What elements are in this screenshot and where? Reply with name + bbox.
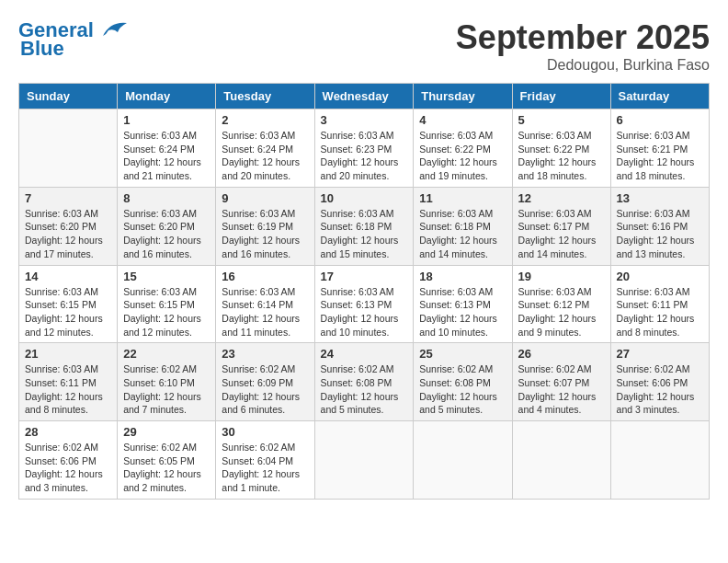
day-number: 30: [222, 425, 308, 439]
day-number: 7: [25, 191, 111, 205]
day-number: 5: [518, 113, 605, 127]
day-number: 2: [222, 113, 308, 127]
day-info: Sunrise: 6:03 AM Sunset: 6:22 PM Dayligh…: [518, 129, 605, 183]
table-row: 9Sunrise: 6:03 AM Sunset: 6:19 PM Daylig…: [216, 187, 314, 265]
day-info: Sunrise: 6:03 AM Sunset: 6:18 PM Dayligh…: [321, 207, 408, 261]
day-number: 23: [222, 347, 308, 361]
day-info: Sunrise: 6:02 AM Sunset: 6:09 PM Dayligh…: [222, 362, 308, 417]
day-info: Sunrise: 6:02 AM Sunset: 6:07 PM Dayligh…: [518, 362, 605, 417]
day-info: Sunrise: 6:03 AM Sunset: 6:13 PM Dayligh…: [321, 285, 408, 339]
table-row: 16Sunrise: 6:03 AM Sunset: 6:14 PM Dayli…: [216, 265, 314, 343]
day-number: 28: [25, 425, 111, 439]
table-row: 1Sunrise: 6:03 AM Sunset: 6:24 PM Daylig…: [118, 109, 216, 188]
day-number: 26: [518, 347, 605, 361]
table-row: 17Sunrise: 6:03 AM Sunset: 6:13 PM Dayli…: [314, 265, 414, 343]
table-row: 11Sunrise: 6:03 AM Sunset: 6:18 PM Dayli…: [414, 187, 512, 265]
day-info: Sunrise: 6:03 AM Sunset: 6:13 PM Dayligh…: [419, 285, 506, 339]
day-number: 14: [25, 270, 111, 283]
day-info: Sunrise: 6:03 AM Sunset: 6:24 PM Dayligh…: [222, 129, 308, 183]
day-info: Sunrise: 6:03 AM Sunset: 6:22 PM Dayligh…: [419, 129, 506, 183]
table-row: 7Sunrise: 6:03 AM Sunset: 6:20 PM Daylig…: [19, 187, 118, 265]
day-info: Sunrise: 6:02 AM Sunset: 6:06 PM Dayligh…: [25, 441, 111, 495]
table-row: 14Sunrise: 6:03 AM Sunset: 6:15 PM Dayli…: [19, 265, 118, 343]
table-row: 2Sunrise: 6:03 AM Sunset: 6:24 PM Daylig…: [216, 109, 314, 188]
table-row: 5Sunrise: 6:03 AM Sunset: 6:22 PM Daylig…: [512, 109, 610, 188]
day-number: 1: [123, 113, 210, 127]
table-row: 15Sunrise: 6:03 AM Sunset: 6:15 PM Dayli…: [118, 265, 216, 343]
col-thursday: Thursday: [414, 84, 512, 109]
day-number: 10: [321, 191, 408, 205]
table-row: 26Sunrise: 6:02 AM Sunset: 6:07 PM Dayli…: [512, 343, 610, 421]
col-saturday: Saturday: [610, 84, 709, 109]
table-row: 20Sunrise: 6:03 AM Sunset: 6:11 PM Dayli…: [610, 265, 709, 343]
day-info: Sunrise: 6:03 AM Sunset: 6:12 PM Dayligh…: [518, 285, 605, 339]
table-row: 13Sunrise: 6:03 AM Sunset: 6:16 PM Dayli…: [610, 187, 709, 265]
table-row: 24Sunrise: 6:02 AM Sunset: 6:08 PM Dayli…: [314, 343, 414, 421]
table-row: 8Sunrise: 6:03 AM Sunset: 6:20 PM Daylig…: [118, 187, 216, 265]
day-info: Sunrise: 6:03 AM Sunset: 6:15 PM Dayligh…: [123, 285, 210, 339]
day-number: 15: [123, 270, 210, 283]
table-row: 23Sunrise: 6:02 AM Sunset: 6:09 PM Dayli…: [216, 343, 314, 421]
day-number: 27: [617, 347, 703, 361]
day-number: 12: [518, 191, 605, 205]
day-info: Sunrise: 6:02 AM Sunset: 6:06 PM Dayligh…: [617, 362, 703, 417]
day-number: 22: [123, 347, 210, 361]
day-info: Sunrise: 6:03 AM Sunset: 6:14 PM Dayligh…: [222, 285, 308, 339]
table-row: 4Sunrise: 6:03 AM Sunset: 6:22 PM Daylig…: [414, 109, 512, 188]
col-monday: Monday: [118, 84, 216, 109]
day-info: Sunrise: 6:03 AM Sunset: 6:23 PM Dayligh…: [321, 129, 408, 183]
day-number: 18: [419, 270, 506, 283]
table-row: [414, 421, 512, 500]
day-info: Sunrise: 6:03 AM Sunset: 6:19 PM Dayligh…: [222, 207, 308, 261]
day-info: Sunrise: 6:03 AM Sunset: 6:20 PM Dayligh…: [123, 207, 210, 261]
day-number: 16: [222, 270, 308, 283]
day-number: 8: [123, 191, 210, 205]
day-info: Sunrise: 6:03 AM Sunset: 6:11 PM Dayligh…: [25, 362, 111, 417]
table-row: 29Sunrise: 6:02 AM Sunset: 6:05 PM Dayli…: [118, 421, 216, 500]
table-row: 21Sunrise: 6:03 AM Sunset: 6:11 PM Dayli…: [19, 343, 118, 421]
location-subtitle: Dedougou, Burkina Faso: [456, 57, 710, 74]
table-row: [610, 421, 709, 500]
calendar-week-row: 21Sunrise: 6:03 AM Sunset: 6:11 PM Dayli…: [19, 343, 710, 421]
day-info: Sunrise: 6:03 AM Sunset: 6:16 PM Dayligh…: [617, 207, 703, 261]
day-number: 20: [617, 270, 703, 283]
page-header: General Blue September 2025 Dedougou, Bu…: [18, 18, 710, 74]
table-row: 10Sunrise: 6:03 AM Sunset: 6:18 PM Dayli…: [314, 187, 414, 265]
day-info: Sunrise: 6:03 AM Sunset: 6:24 PM Dayligh…: [123, 129, 210, 183]
title-block: September 2025 Dedougou, Burkina Faso: [456, 18, 710, 74]
col-wednesday: Wednesday: [314, 84, 414, 109]
day-number: 3: [321, 113, 408, 127]
calendar-week-row: 14Sunrise: 6:03 AM Sunset: 6:15 PM Dayli…: [19, 265, 710, 343]
col-sunday: Sunday: [19, 84, 118, 109]
day-number: 6: [617, 113, 703, 127]
day-number: 21: [25, 347, 111, 361]
day-number: 17: [321, 270, 408, 283]
table-row: 25Sunrise: 6:02 AM Sunset: 6:08 PM Dayli…: [414, 343, 512, 421]
day-info: Sunrise: 6:03 AM Sunset: 6:11 PM Dayligh…: [617, 285, 703, 339]
table-row: 27Sunrise: 6:02 AM Sunset: 6:06 PM Dayli…: [610, 343, 709, 421]
day-number: 4: [419, 113, 506, 127]
day-info: Sunrise: 6:03 AM Sunset: 6:20 PM Dayligh…: [25, 207, 111, 261]
day-info: Sunrise: 6:02 AM Sunset: 6:08 PM Dayligh…: [321, 362, 408, 417]
day-info: Sunrise: 6:02 AM Sunset: 6:04 PM Dayligh…: [222, 441, 308, 495]
day-number: 9: [222, 191, 308, 205]
day-info: Sunrise: 6:03 AM Sunset: 6:21 PM Dayligh…: [617, 129, 703, 183]
day-info: Sunrise: 6:03 AM Sunset: 6:17 PM Dayligh…: [518, 207, 605, 261]
day-info: Sunrise: 6:03 AM Sunset: 6:15 PM Dayligh…: [25, 285, 111, 339]
table-row: [314, 421, 414, 500]
table-row: [19, 109, 118, 188]
day-number: 24: [321, 347, 408, 361]
day-info: Sunrise: 6:02 AM Sunset: 6:08 PM Dayligh…: [419, 362, 506, 417]
table-row: 18Sunrise: 6:03 AM Sunset: 6:13 PM Dayli…: [414, 265, 512, 343]
calendar-week-row: 1Sunrise: 6:03 AM Sunset: 6:24 PM Daylig…: [19, 109, 710, 188]
logo: General Blue: [18, 18, 129, 61]
table-row: 3Sunrise: 6:03 AM Sunset: 6:23 PM Daylig…: [314, 109, 414, 188]
day-info: Sunrise: 6:03 AM Sunset: 6:18 PM Dayligh…: [419, 207, 506, 261]
logo-bird-icon: [96, 19, 129, 40]
calendar-header-row: Sunday Monday Tuesday Wednesday Thursday…: [19, 84, 710, 109]
col-tuesday: Tuesday: [216, 84, 314, 109]
table-row: 30Sunrise: 6:02 AM Sunset: 6:04 PM Dayli…: [216, 421, 314, 500]
calendar-week-row: 7Sunrise: 6:03 AM Sunset: 6:20 PM Daylig…: [19, 187, 710, 265]
col-friday: Friday: [512, 84, 610, 109]
table-row: 19Sunrise: 6:03 AM Sunset: 6:12 PM Dayli…: [512, 265, 610, 343]
